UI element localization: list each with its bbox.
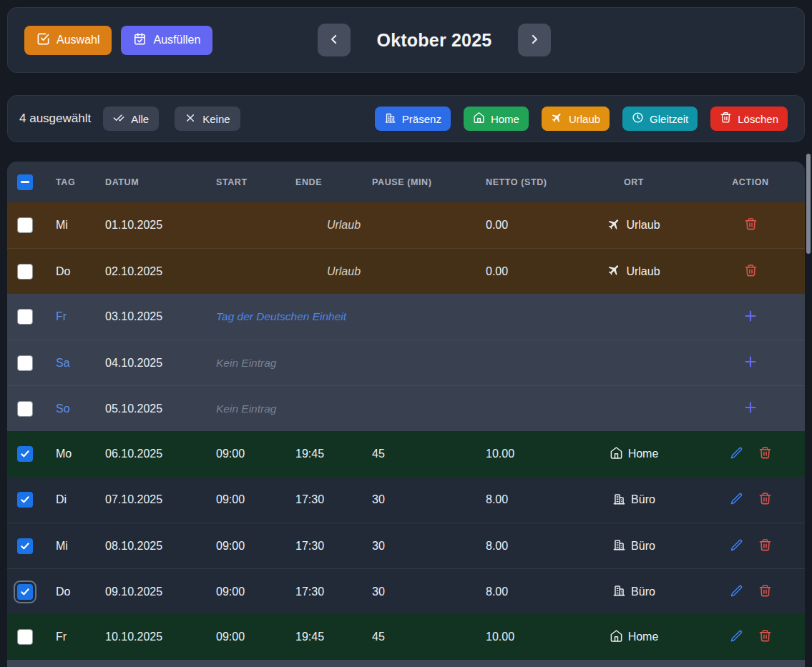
scrollbar-thumb[interactable] — [806, 154, 811, 254]
prev-month-button[interactable] — [318, 24, 351, 56]
building-icon — [612, 492, 626, 508]
row-checkbox[interactable] — [17, 401, 33, 417]
start-time: 09:00 — [209, 448, 288, 460]
selection-bar: 4 ausgewählt Alle Keine PräsenzHomeUrlau… — [7, 95, 805, 142]
action-cell — [696, 537, 805, 555]
header-ort: ORT — [572, 177, 696, 187]
table-row-06.10.2025: Mo06.10.202509:0019:454510.00Home — [7, 431, 805, 477]
pencil-icon — [730, 446, 743, 462]
table-row-03.10.2025: Fr03.10.2025Tag der Deutschen Einheit — [7, 294, 805, 340]
netto-hours: 0.00 — [479, 265, 572, 278]
trash-icon — [758, 629, 772, 645]
end-time: 19:45 — [288, 631, 365, 643]
pencil-icon — [730, 538, 743, 554]
delete-entry-button[interactable] — [741, 216, 760, 234]
plus-icon — [743, 354, 758, 372]
location-label: Büro — [631, 493, 655, 506]
select-all-button[interactable]: Alle — [103, 107, 159, 131]
delete-entry-button[interactable] — [755, 583, 774, 601]
end-time: 19:45 — [288, 448, 365, 460]
day-label: Mi — [56, 219, 68, 231]
day-label: Do — [56, 265, 70, 277]
time-table: TAG DATUM START ENDE PAUSE (MIN) NETTO (… — [7, 162, 805, 667]
action-cell — [696, 583, 805, 601]
location-cell: Büro — [572, 492, 696, 508]
ausfuellen-button[interactable]: Ausfüllen — [121, 26, 212, 55]
edit-entry-button[interactable] — [727, 537, 745, 555]
chevron-right-icon — [527, 32, 542, 49]
day-label: Mo — [56, 448, 72, 460]
action-cell — [696, 490, 805, 509]
select-none-button[interactable]: Keine — [175, 107, 240, 131]
no-entry-note: Kein Eintrag — [209, 357, 696, 370]
bulk-gleitzeit-button[interactable]: Gleitzeit — [622, 107, 698, 131]
home-icon — [610, 446, 623, 463]
row-checkbox[interactable] — [17, 584, 33, 600]
building-icon — [612, 583, 626, 600]
trash-icon — [720, 112, 732, 126]
add-entry-button[interactable] — [741, 354, 760, 372]
row-checkbox[interactable] — [17, 264, 33, 280]
chevron-left-icon — [327, 32, 341, 49]
home-icon — [473, 112, 485, 126]
plus-icon — [743, 308, 758, 326]
holiday-note: Tag der Deutschen Einheit — [209, 310, 696, 323]
row-checkbox[interactable] — [17, 492, 33, 508]
table-row-05.10.2025: So05.10.2025Kein Eintrag — [7, 385, 805, 431]
calendar-check-icon — [133, 32, 147, 49]
date-label: 02.10.2025 — [98, 265, 209, 278]
date-label: 04.10.2025 — [98, 357, 209, 370]
add-entry-button[interactable] — [741, 307, 760, 326]
delete-entry-button[interactable] — [755, 490, 774, 509]
date-label: 01.10.2025 — [98, 219, 209, 232]
header-pause: PAUSE (MIN) — [365, 177, 479, 187]
netto-hours: 0.00 — [479, 219, 572, 232]
row-checkbox[interactable] — [17, 217, 33, 233]
bulk-pr-senz-button[interactable]: Präsenz — [375, 107, 451, 131]
month-title: Oktober 2025 — [351, 30, 518, 51]
row-checkbox[interactable] — [17, 629, 33, 645]
row-checkbox[interactable] — [17, 538, 33, 554]
delete-entry-button[interactable] — [755, 537, 774, 555]
x-icon — [185, 112, 196, 126]
bulk-l-schen-button[interactable]: Löschen — [710, 107, 788, 131]
action-cell — [696, 628, 805, 646]
date-label: 06.10.2025 — [98, 448, 209, 460]
bulk-home-button[interactable]: Home — [464, 107, 529, 131]
edit-entry-button[interactable] — [727, 583, 745, 601]
delete-entry-button[interactable] — [741, 262, 760, 281]
location-cell: Büro — [572, 583, 696, 600]
bulk-action-label: Home — [491, 113, 519, 125]
table-header: TAG DATUM START ENDE PAUSE (MIN) NETTO (… — [7, 162, 805, 202]
row-checkbox[interactable] — [17, 309, 33, 325]
delete-entry-button[interactable] — [755, 445, 774, 463]
edit-entry-button[interactable] — [727, 490, 745, 509]
delete-entry-button[interactable] — [755, 628, 774, 646]
pause-minutes: 45 — [365, 631, 479, 643]
netto-hours: 10.00 — [479, 631, 572, 643]
auswahl-button[interactable]: Auswahl — [24, 26, 112, 55]
netto-hours: 10.00 — [479, 448, 572, 460]
location-label: Home — [628, 631, 659, 643]
check-check-icon — [113, 112, 124, 126]
location-cell: Urlaub — [572, 217, 696, 234]
add-entry-button[interactable] — [741, 400, 760, 418]
date-label: 08.10.2025 — [98, 540, 209, 553]
row-checkbox[interactable] — [17, 355, 33, 371]
edit-entry-button[interactable] — [727, 628, 745, 646]
bulk-urlaub-button[interactable]: Urlaub — [542, 107, 610, 131]
month-navigation: Oktober 2025 — [318, 24, 551, 56]
toolbar: Auswahl Ausfüllen Oktober 2025 — [7, 7, 805, 73]
bulk-action-label: Urlaub — [569, 113, 600, 125]
edit-entry-button[interactable] — [727, 445, 745, 463]
select-all-checkbox[interactable] — [17, 174, 33, 190]
start-time: 09:00 — [209, 586, 288, 598]
date-label: 10.10.2025 — [98, 631, 209, 643]
next-month-button[interactable] — [518, 24, 551, 56]
row-checkbox[interactable] — [17, 446, 33, 462]
table-row-partial — [7, 660, 805, 667]
table-row-04.10.2025: Sa04.10.2025Kein Eintrag — [7, 340, 805, 385]
selection-count: 4 ausgewählt — [19, 112, 91, 126]
plane-icon — [607, 217, 621, 234]
vacation-note: Urlaub — [209, 265, 479, 278]
